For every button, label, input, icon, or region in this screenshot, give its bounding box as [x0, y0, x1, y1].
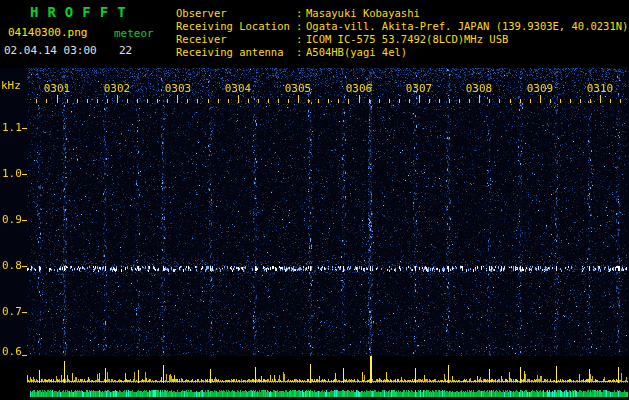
datetime-label: 02.04.14 03:00 — [4, 44, 97, 57]
freq-label: 1.1 — [2, 121, 24, 134]
time-label: 0309 — [523, 82, 557, 95]
freq-unit-label: kHz — [1, 79, 21, 92]
time-label: 0301 — [40, 82, 74, 95]
info-label: Receiving antenna — [176, 46, 296, 59]
observation-info: Observer : Masayuki Kobayashi Receiving … — [176, 7, 628, 59]
info-colon: : — [296, 33, 306, 46]
info-value: Masayuki Kobayashi — [306, 7, 420, 20]
signal-level-canvas — [0, 356, 629, 388]
filename-label: 04140300.png — [8, 26, 87, 39]
app-title: HROFFT — [30, 4, 135, 20]
spectrogram-canvas — [0, 68, 629, 356]
hrofft-window: HROFFT 04140300.png meteor 02.04.14 03:0… — [0, 0, 629, 400]
info-label: Receiving Location — [176, 20, 296, 33]
info-label: Receiver — [176, 33, 296, 46]
info-row-antenna: Receiving antenna : A504HB(yagi 4el) — [176, 46, 628, 59]
info-colon: : — [296, 7, 306, 20]
freq-label: 0.8 — [2, 259, 24, 272]
echo-count-label: 22 — [119, 44, 132, 57]
info-value: ICOM IC-575 53.7492(8LCD)MHz USB — [306, 33, 508, 46]
time-label: 0303 — [161, 82, 195, 95]
mode-label: meteor — [114, 27, 154, 40]
freq-label: 0.9 — [2, 213, 24, 226]
info-label: Observer — [176, 7, 296, 20]
time-label: 0306 — [342, 82, 376, 95]
freq-label: 1.0 — [2, 167, 24, 180]
info-value: Ogata-vill. Akita-Pref. JAPAN (139.9303E… — [306, 20, 628, 33]
time-label: 0310 — [583, 82, 617, 95]
time-label: 0302 — [100, 82, 134, 95]
info-row-receiver: Receiver : ICOM IC-575 53.7492(8LCD)MHz … — [176, 33, 628, 46]
time-label: 0304 — [221, 82, 255, 95]
info-value: A504HB(yagi 4el) — [306, 46, 407, 59]
info-row-location: Receiving Location : Ogata-vill. Akita-P… — [176, 20, 628, 33]
time-label: 0307 — [402, 82, 436, 95]
time-label: 0308 — [462, 82, 496, 95]
freq-label: 0.6 — [2, 345, 24, 358]
info-colon: : — [296, 20, 306, 33]
info-row-observer: Observer : Masayuki Kobayashi — [176, 7, 628, 20]
level-bar-canvas — [0, 388, 629, 400]
time-label: 0305 — [281, 82, 315, 95]
freq-label: 0.7 — [2, 305, 24, 318]
info-colon: : — [296, 46, 306, 59]
